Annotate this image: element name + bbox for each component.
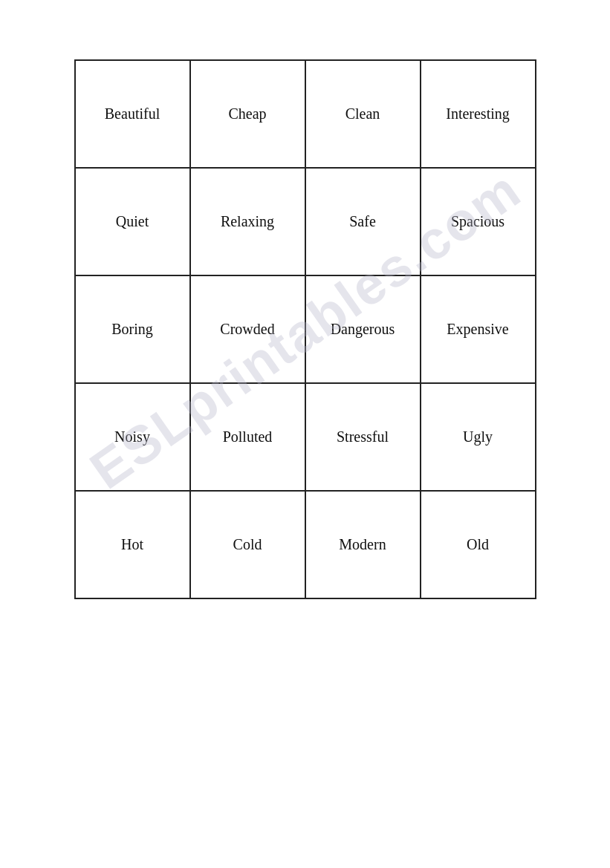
cell-cold: Cold	[190, 491, 305, 598]
cell-polluted: Polluted	[190, 383, 305, 491]
page-container: BeautifulCheapCleanInterestingQuietRelax…	[30, 59, 580, 599]
cell-old: Old	[421, 491, 536, 598]
cell-safe: Safe	[305, 168, 421, 275]
cell-expensive: Expensive	[421, 275, 536, 383]
cell-boring: Boring	[75, 275, 190, 383]
cell-quiet: Quiet	[75, 168, 190, 275]
cell-hot: Hot	[75, 491, 190, 598]
cell-modern: Modern	[305, 491, 421, 598]
cell-relaxing: Relaxing	[190, 168, 305, 275]
vocabulary-grid: BeautifulCheapCleanInterestingQuietRelax…	[74, 59, 536, 599]
cell-cheap: Cheap	[190, 60, 305, 168]
cell-clean: Clean	[305, 60, 421, 168]
cell-noisy: Noisy	[75, 383, 190, 491]
cell-crowded: Crowded	[190, 275, 305, 383]
cell-interesting: Interesting	[421, 60, 536, 168]
cell-beautiful: Beautiful	[75, 60, 190, 168]
cell-spacious: Spacious	[421, 168, 536, 275]
cell-dangerous: Dangerous	[305, 275, 421, 383]
cell-ugly: Ugly	[421, 383, 536, 491]
cell-stressful: Stressful	[305, 383, 421, 491]
